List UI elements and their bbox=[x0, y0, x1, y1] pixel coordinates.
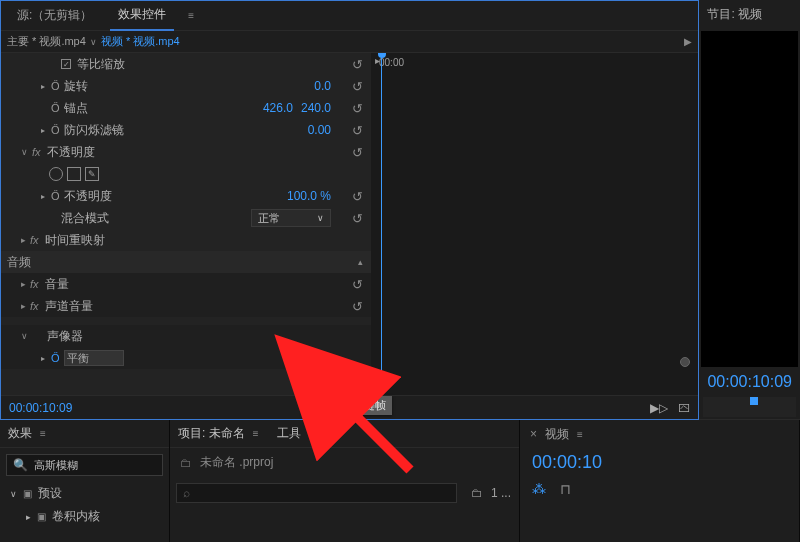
search-icon: ⌕ bbox=[183, 486, 190, 500]
flicker-value[interactable]: 0.00 bbox=[308, 123, 331, 137]
collapse-icon[interactable]: ∨ bbox=[10, 489, 17, 499]
blend-label: 混合模式 bbox=[61, 210, 109, 227]
blend-dropdown[interactable]: 正常 ∨ bbox=[251, 209, 331, 227]
scale-lock-row: ✓ 等比缩放 ↺ bbox=[1, 53, 371, 75]
opacity-section-label: 不透明度 bbox=[47, 144, 95, 161]
disclosure-icon[interactable]: ▸ bbox=[21, 235, 26, 245]
bin-icon[interactable]: 🗀 bbox=[180, 456, 192, 470]
anchor-y-value[interactable]: 240.0 bbox=[301, 101, 331, 115]
loop-icon[interactable]: ▶▷ bbox=[650, 401, 668, 415]
program-title[interactable]: 节目: 视频 bbox=[699, 0, 800, 29]
reset-icon[interactable]: ↺ bbox=[352, 299, 363, 314]
disclosure-icon[interactable]: ▸ bbox=[26, 512, 31, 522]
effects-search-input[interactable] bbox=[34, 459, 172, 471]
stopwatch-icon[interactable]: Ő bbox=[51, 80, 60, 92]
collapse-up-icon[interactable]: ▴ bbox=[358, 257, 363, 267]
volume-section[interactable]: ▸ fx 音量 ↺ bbox=[1, 273, 371, 295]
effects-title[interactable]: 效果 bbox=[8, 425, 32, 442]
collapse-icon[interactable]: ∨ bbox=[21, 331, 28, 341]
playhead[interactable] bbox=[381, 53, 382, 395]
audio-header-label: 音频 bbox=[7, 254, 31, 271]
mask-rect-icon[interactable] bbox=[67, 167, 81, 181]
reset-icon[interactable]: ↺ bbox=[352, 189, 363, 204]
anchor-x-value[interactable]: 426.0 bbox=[263, 101, 293, 115]
current-timecode[interactable]: 00:00:10:09 bbox=[9, 401, 72, 415]
panel-menu-icon[interactable]: ≡ bbox=[40, 428, 46, 439]
program-ruler[interactable] bbox=[703, 397, 796, 417]
mask-ellipse-icon[interactable] bbox=[49, 167, 63, 181]
tab-effect-controls[interactable]: 效果控件 bbox=[110, 0, 174, 31]
rotation-value[interactable]: 0.0 bbox=[314, 79, 331, 93]
fx-badge: fx bbox=[30, 234, 39, 246]
disclosure-icon[interactable]: ▸ bbox=[41, 126, 45, 135]
disclosure-icon[interactable]: ▸ bbox=[41, 82, 45, 91]
effects-panel: 效果 ≡ 🔍 × ∨ ▣ 预设 ▸ ▣ 卷积内核 bbox=[0, 420, 170, 542]
flicker-row: ▸ Ő 防闪烁滤镜 0.00 ↺ bbox=[1, 119, 371, 141]
new-bin-icon[interactable]: 🗀 bbox=[471, 486, 483, 500]
stopwatch-active-icon[interactable]: Ő bbox=[51, 352, 60, 364]
disclosure-icon[interactable]: ▸ bbox=[41, 192, 45, 201]
collapse-icon[interactable]: ∨ bbox=[21, 147, 28, 157]
reset-icon[interactable]: ↺ bbox=[352, 57, 363, 72]
reset-icon[interactable]: ↺ bbox=[352, 123, 363, 138]
reset-icon[interactable]: ↺ bbox=[352, 277, 363, 292]
seq-clip-label[interactable]: 视频 * 视频.mp4 bbox=[101, 34, 180, 49]
export-icon[interactable]: ⮹ bbox=[678, 401, 690, 415]
time-ruler[interactable]: ▸00:00 bbox=[371, 53, 698, 73]
keyframe-diamond[interactable] bbox=[376, 371, 387, 382]
program-preview[interactable] bbox=[701, 31, 798, 367]
audio-header: 音频 ▴ bbox=[1, 251, 371, 273]
panel-menu-icon[interactable]: ≡ bbox=[577, 429, 583, 440]
sequence-title[interactable]: 视频 bbox=[545, 426, 569, 443]
balance-label[interactable]: 平衡 bbox=[64, 350, 124, 366]
time-remap-section[interactable]: ▸ fx 时间重映射 bbox=[1, 229, 371, 251]
panel-menu-icon[interactable]: ≡ bbox=[253, 428, 259, 439]
rotation-label: 旋转 bbox=[64, 78, 88, 95]
anchor-label: 锚点 bbox=[64, 100, 88, 117]
stopwatch-icon[interactable]: Ő bbox=[51, 124, 60, 136]
stopwatch-icon[interactable]: Ő bbox=[51, 102, 60, 114]
add-keyframe-icon[interactable]: ◇ bbox=[312, 353, 320, 364]
program-timecode[interactable]: 00:00:10:09 bbox=[699, 369, 800, 395]
panel-menu-icon[interactable]: ≡ bbox=[184, 10, 198, 21]
reset-icon[interactable]: ↺ bbox=[352, 145, 363, 160]
project-title[interactable]: 项目: 未命名 bbox=[178, 425, 245, 442]
opacity-value[interactable]: 100.0 % bbox=[287, 189, 331, 203]
sequence-timecode[interactable]: 00:00:10 bbox=[520, 448, 799, 477]
play-icon[interactable]: ▶ bbox=[684, 36, 692, 47]
tools-tab[interactable]: 工具 bbox=[277, 425, 301, 442]
disclosure-icon[interactable]: ▸ bbox=[41, 354, 45, 363]
reset-icon[interactable]: ↺ bbox=[352, 79, 363, 94]
panner-label: 声像器 bbox=[47, 328, 83, 345]
fx-badge: fx bbox=[30, 300, 39, 312]
preset-folder[interactable]: ∨ ▣ 预设 bbox=[0, 482, 169, 505]
disclosure-icon[interactable]: ▸ bbox=[21, 279, 26, 289]
snap-icon[interactable]: ⁂ bbox=[532, 481, 546, 497]
blend-value: 正常 bbox=[258, 211, 280, 226]
convolution-label: 卷积内核 bbox=[52, 508, 100, 525]
caret-icon[interactable]: ∨ bbox=[90, 37, 97, 47]
program-playhead[interactable] bbox=[750, 397, 758, 405]
convolution-folder[interactable]: ▸ ▣ 卷积内核 bbox=[0, 505, 169, 528]
checkbox-icon[interactable]: ✓ bbox=[61, 59, 71, 69]
opacity-section[interactable]: ∨ fx 不透明度 ↺ bbox=[1, 141, 371, 163]
project-search[interactable]: ⌕ bbox=[176, 483, 457, 503]
time-remap-label: 时间重映射 bbox=[45, 232, 105, 249]
channel-volume-section[interactable]: ▸ fx 声道音量 ↺ bbox=[1, 295, 371, 317]
reset-icon[interactable]: ↺ bbox=[352, 101, 363, 116]
close-icon[interactable]: × bbox=[530, 427, 537, 441]
stopwatch-icon[interactable]: Ő bbox=[51, 190, 60, 202]
next-keyframe-icon[interactable]: ▶ bbox=[324, 353, 331, 363]
effects-search[interactable]: 🔍 × bbox=[6, 454, 163, 476]
keyframe-timeline[interactable]: ▸00:00 bbox=[371, 53, 698, 395]
prev-keyframe-icon[interactable]: ◀ bbox=[301, 353, 308, 363]
magnet-icon[interactable]: ⊓ bbox=[560, 481, 571, 497]
preset-label: 预设 bbox=[38, 485, 62, 502]
reset-icon[interactable]: ↺ bbox=[352, 211, 363, 226]
tooltip: 转到下一关键帧 bbox=[303, 396, 392, 415]
disclosure-icon[interactable]: ▸ bbox=[21, 301, 26, 311]
fx-badge[interactable]: fx bbox=[32, 146, 41, 158]
tab-source[interactable]: 源:（无剪辑） bbox=[9, 1, 100, 30]
panner-section[interactable]: ∨ fx 声像器 bbox=[1, 325, 371, 347]
mask-pen-icon[interactable]: ✎ bbox=[85, 167, 99, 181]
